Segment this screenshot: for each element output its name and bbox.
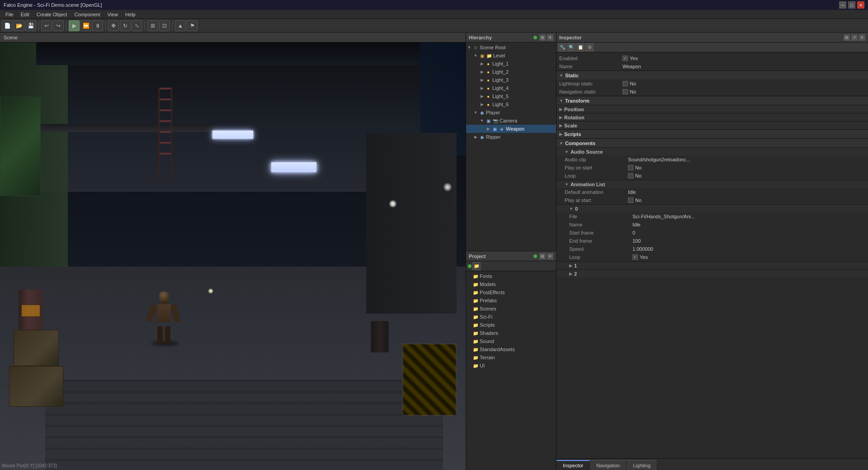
menu-help[interactable]: Help — [122, 11, 139, 18]
undo-button[interactable]: ↩ — [41, 20, 52, 31]
project-folder-btn[interactable]: 📁 — [472, 262, 481, 270]
step-button[interactable]: ⏩ — [80, 20, 91, 31]
inspector-icon-1[interactable]: 🔧 — [558, 43, 566, 52]
hierarchy-item-light2[interactable]: ▶ ● Light_2 — [466, 68, 556, 76]
scifi-label: Sci-Fi — [480, 314, 554, 320]
project-close-btn[interactable]: ✕ — [547, 253, 553, 259]
light3-expand[interactable]: ▶ — [479, 77, 485, 83]
inspector-popout-btn[interactable]: ↗ — [851, 34, 858, 41]
menu-edit[interactable]: Edit — [17, 11, 33, 18]
anim-loop-checkbox[interactable]: ✓ — [632, 254, 638, 260]
open-button[interactable]: 📂 — [14, 20, 24, 31]
inspector-icon-3[interactable]: 📋 — [576, 43, 585, 52]
project-folder-terrain[interactable]: 📁 Terrain — [466, 353, 556, 362]
position-subsection[interactable]: ▶ Position — [557, 105, 868, 113]
enabled-checkbox[interactable]: ✓ — [623, 56, 628, 61]
terrain-button[interactable]: ▲ — [175, 20, 186, 31]
hierarchy-item-light6[interactable]: ▶ ● Light_6 — [466, 100, 556, 108]
menu-file[interactable]: File — [2, 11, 17, 18]
project-folder-scifi[interactable]: 📁 Sci-Fi — [466, 313, 556, 321]
anim-name-row: Name Idle — [557, 221, 868, 229]
hierarchy-item-level[interactable]: ▼ ▣ 📁 Level — [466, 52, 556, 60]
navigation-static-checkbox[interactable] — [623, 89, 628, 94]
close-button[interactable]: ✕ — [857, 1, 864, 9]
audio-clip-label: Audio clip — [565, 157, 628, 162]
static-section[interactable]: ▼ Static — [557, 70, 868, 80]
loop-audio-checkbox[interactable] — [628, 173, 633, 179]
level-expand[interactable]: ▼ — [472, 52, 479, 59]
save-button[interactable]: 💾 — [25, 20, 36, 31]
hierarchy-close-btn[interactable]: ✕ — [547, 34, 553, 41]
project-folder-ui[interactable]: 📁 UI — [466, 362, 556, 370]
inspector-pin-btn[interactable]: ⊞ — [844, 34, 850, 41]
project-folder-scripts[interactable]: 📁 Scripts — [466, 321, 556, 329]
menu-component[interactable]: Component — [71, 11, 104, 18]
hierarchy-item-light1[interactable]: ▶ ● Light_1 — [466, 60, 556, 68]
hierarchy-item-camera[interactable]: ▼ ▣ 📷 Camera — [466, 117, 556, 125]
light6-expand[interactable]: ▶ — [479, 101, 485, 108]
minimize-button[interactable]: ─ — [839, 1, 846, 9]
inspector-tab-lighting[interactable]: Lighting — [627, 460, 657, 470]
hierarchy-status-dot — [533, 36, 537, 39]
project-folder-scenes[interactable]: 📁 Scenes — [466, 305, 556, 313]
weapon-expand[interactable]: ▶ — [485, 126, 491, 132]
project-folder-models[interactable]: 📁 Models — [466, 280, 556, 288]
project-folder-posteffects[interactable]: 📁 PostEffects — [466, 288, 556, 296]
scale-subsection[interactable]: ▶ Scale — [557, 121, 868, 129]
light4-expand[interactable]: ▶ — [479, 85, 485, 91]
project-lock-btn[interactable]: ⊞ — [539, 253, 546, 259]
rotate-button[interactable]: ↻ — [120, 20, 131, 31]
project-folder-sound[interactable]: 📁 Sound — [466, 337, 556, 345]
play-on-start-checkbox[interactable] — [628, 165, 633, 170]
scale-arrow: ▶ — [559, 123, 562, 128]
light1-expand[interactable]: ▶ — [479, 61, 485, 67]
project-folder-standardassets[interactable]: 📁 StandardAssets — [466, 345, 556, 353]
hierarchy-item-light5[interactable]: ▶ ● Light_5 — [466, 92, 556, 100]
player-expand[interactable]: ▼ — [472, 109, 479, 116]
rotation-subsection[interactable]: ▶ Rotation — [557, 113, 868, 121]
camera-expand[interactable]: ▼ — [479, 118, 485, 124]
anim-item-2-subsection[interactable]: ▶ 2 — [557, 269, 868, 277]
maximize-button[interactable]: □ — [848, 1, 855, 9]
hierarchy-item-scene-root[interactable]: ▼ ⊙ Scene Root — [466, 43, 556, 52]
hierarchy-lock-btn[interactable]: ⊞ — [539, 34, 546, 41]
pause-button[interactable]: ⏸ — [92, 20, 103, 31]
hierarchy-item-weapon[interactable]: ▶ ▣ ◈ Weapon — [466, 125, 556, 133]
grid-button[interactable]: ⊡ — [159, 20, 170, 31]
scene-root-expand[interactable]: ▼ — [466, 43, 472, 52]
hierarchy-item-ripper[interactable]: ▶ ◉ Ripper — [466, 133, 556, 141]
transform-section[interactable]: ▼ Transform — [557, 96, 868, 105]
scene-canvas[interactable]: Mouse Pos[X:Y] [1042:372] — [0, 42, 466, 470]
lightmap-static-checkbox[interactable] — [623, 81, 628, 86]
hierarchy-item-light3[interactable]: ▶ ● Light_3 — [466, 76, 556, 84]
snap-button[interactable]: ⊞ — [147, 20, 158, 31]
ripper-expand[interactable]: ▶ — [472, 134, 479, 140]
scale-button[interactable]: ⤡ — [132, 20, 142, 31]
inspector-tab-navigation[interactable]: Navigation — [590, 460, 627, 470]
project-folder-prefabs[interactable]: 📁 Prefabs — [466, 296, 556, 305]
animation-list-subsection[interactable]: ▼ Animation List — [557, 180, 868, 188]
play-at-start-checkbox[interactable] — [628, 197, 633, 203]
anim-item-0-subsection[interactable]: ▼ 0 — [557, 204, 868, 212]
components-section[interactable]: ▼ Components — [557, 138, 868, 147]
light2-expand[interactable]: ▶ — [479, 69, 485, 75]
hierarchy-item-light4[interactable]: ▶ ● Light_4 — [466, 84, 556, 92]
new-button[interactable]: 📄 — [2, 20, 13, 31]
move-button[interactable]: ✥ — [108, 20, 119, 31]
menu-create-object[interactable]: Create Object — [33, 11, 71, 18]
inspector-tab-inspector[interactable]: Inspector — [557, 460, 590, 470]
project-folder-shaders[interactable]: 📁 Shaders — [466, 329, 556, 337]
inspector-close-btn[interactable]: ✕ — [859, 34, 865, 41]
play-button[interactable]: ▶ — [69, 20, 80, 31]
inspector-icon-2[interactable]: 🔍 — [567, 43, 576, 52]
light5-expand[interactable]: ▶ — [479, 93, 485, 99]
scripts-section[interactable]: ▶ Scripts — [557, 129, 868, 138]
project-folder-fonts[interactable]: 📁 Fonts — [466, 272, 556, 280]
anim-item-1-subsection[interactable]: ▶ 1 — [557, 261, 868, 269]
audio-source-subsection[interactable]: ▼ Audio Source — [557, 147, 868, 155]
inspector-icon-4[interactable]: ⚙ — [585, 43, 594, 52]
menu-view[interactable]: View — [104, 11, 122, 18]
hierarchy-item-player[interactable]: ▼ ◉ Player — [466, 108, 556, 117]
redo-button[interactable]: ↪ — [53, 20, 64, 31]
flag-button[interactable]: ⚑ — [187, 20, 198, 31]
